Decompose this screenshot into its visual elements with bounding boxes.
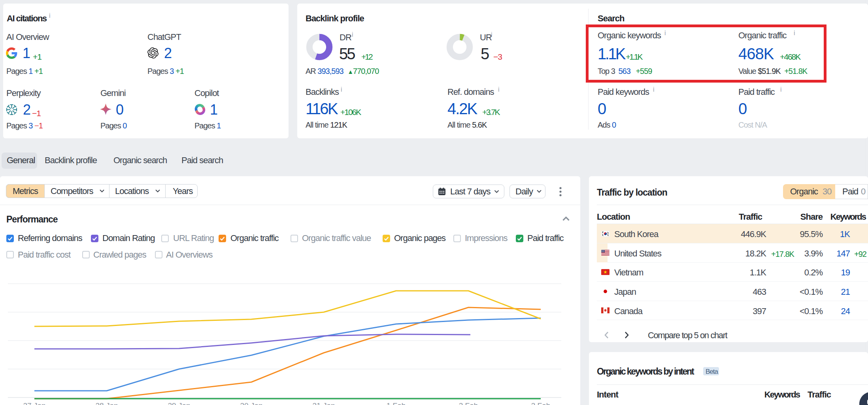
svg-text:1 Feb: 1 Feb (387, 401, 406, 405)
svg-text:3 Feb: 3 Feb (531, 401, 551, 405)
svg-text:2 Feb: 2 Feb (459, 401, 478, 405)
svg-text:31 Jan: 31 Jan (312, 401, 335, 405)
svg-text:29 Jan: 29 Jan (168, 401, 190, 405)
svg-text:27 Jan: 27 Jan (23, 401, 45, 405)
svg-text:28 Jan: 28 Jan (95, 401, 118, 405)
svg-text:30 Jan: 30 Jan (240, 401, 262, 405)
